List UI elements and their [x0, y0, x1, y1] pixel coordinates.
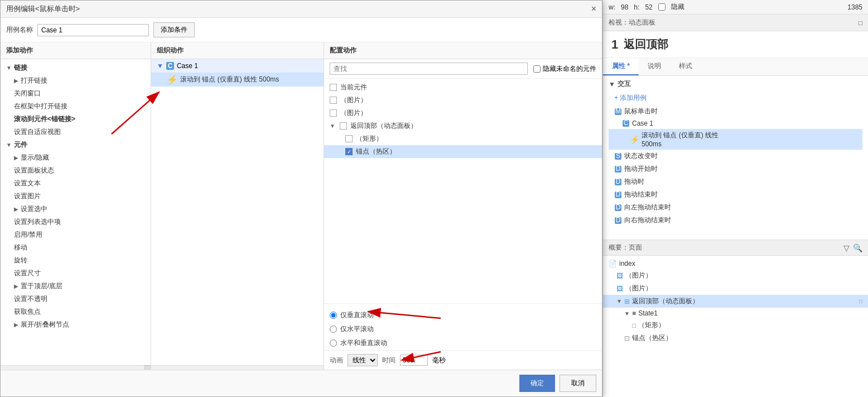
- set-opacity-item[interactable]: 设置不透明: [1, 293, 151, 305]
- link-group[interactable]: ▼ 链接: [1, 61, 151, 74]
- config-return-top-item[interactable]: ▼ 返回顶部（动态面板）: [324, 119, 602, 132]
- dialog-close-button[interactable]: ×: [591, 4, 596, 14]
- vertical-radio[interactable]: [330, 312, 337, 319]
- expand-tree-arrow: ▶: [14, 322, 18, 328]
- anim-select[interactable]: 线性: [348, 354, 378, 366]
- interaction-tree: M 鼠标单击时 C Case 1 ⚡ 滚动到 锚点 (仅垂直) 线性500ms …: [609, 105, 862, 227]
- vertical-scroll-radio-row[interactable]: 仅垂直滚动: [324, 308, 602, 322]
- svg-text:D: D: [616, 204, 621, 211]
- show-hide-arrow: ▶: [14, 155, 18, 161]
- index-label: index: [619, 260, 635, 267]
- config-current-item[interactable]: 当前元件: [324, 81, 602, 94]
- scroll-to-item[interactable]: 滚动到元件<锚链接>: [1, 113, 151, 126]
- set-image-item[interactable]: 设置图片: [1, 190, 151, 203]
- outline-index[interactable]: 📄 index: [603, 258, 868, 269]
- hide-unnamed-label[interactable]: 隐藏未命名的元件: [533, 64, 596, 74]
- dialog: 用例编辑<鼠标单击时> × 用例名称 添加条件 添加动作 ▼ 链接 ▶ 打开链接: [0, 0, 602, 397]
- tab-desc[interactable]: 说明: [639, 58, 670, 75]
- time-input[interactable]: [400, 355, 428, 366]
- case-item[interactable]: ▼ C Case 1: [151, 59, 324, 73]
- img1-label: （图片）: [340, 95, 367, 105]
- config-img2-item[interactable]: （图片）: [324, 107, 602, 119]
- action-item[interactable]: ⚡ 滚动到 锚点 (仅垂直) 线性 500ms: [151, 73, 324, 87]
- set-top-bottom-label: 置于顶层/底层: [21, 281, 62, 291]
- dyn-panel-arrow: ▼: [616, 298, 622, 304]
- set-size-item[interactable]: 设置尺寸: [1, 267, 151, 280]
- add-condition-button[interactable]: 添加条件: [153, 22, 195, 37]
- outline-state1[interactable]: ▼ ■ State1: [603, 308, 868, 319]
- config-rect-item[interactable]: （矩形）: [324, 132, 602, 145]
- expand-icon[interactable]: □: [859, 19, 862, 27]
- both-scroll-radio-row[interactable]: 水平和垂直滚动: [324, 336, 602, 350]
- config-anchor-item[interactable]: ✓ 锚点（热区）: [324, 145, 602, 158]
- right-case1[interactable]: C Case 1: [609, 118, 862, 129]
- time-label: 时间: [382, 356, 396, 365]
- drag-start-event[interactable]: D 拖动开始时: [609, 162, 862, 175]
- img1-checkbox[interactable]: [330, 97, 337, 104]
- hide-unnamed-checkbox[interactable]: [533, 65, 541, 73]
- inspect-title: 检视：动态面板: [609, 18, 655, 27]
- both-label: 水平和垂直滚动: [340, 338, 387, 348]
- expand-tree-item[interactable]: ▶ 展开/折叠树节点: [1, 318, 151, 331]
- state-change-icon: S: [614, 152, 622, 160]
- anim-label: 动画: [330, 356, 343, 365]
- outline-dyn-panel[interactable]: ▼ ⊞ 返回顶部（动态面板） □: [603, 295, 868, 308]
- outline-anchor[interactable]: ⊡ 锚点（热区）: [603, 332, 868, 345]
- open-in-frame-item[interactable]: 在框架中打开链接: [1, 100, 151, 113]
- img2-checkbox[interactable]: [330, 109, 337, 117]
- state-change-event[interactable]: S 状态改变时: [609, 150, 862, 162]
- move-item[interactable]: 移动: [1, 241, 151, 254]
- filter-icon[interactable]: ▽: [843, 243, 850, 252]
- current-checkbox[interactable]: [330, 84, 337, 91]
- config-img1-item[interactable]: （图片）: [324, 94, 602, 107]
- outline-panel: 概要：页面 ▽ 🔍 📄 index 🖼 （图片） 🖼 （图片）: [603, 240, 868, 397]
- set-text-item[interactable]: 设置文本: [1, 177, 151, 190]
- outline-img2[interactable]: 🖼 （图片）: [603, 282, 868, 295]
- drag-right-label: 向右拖动结束时: [624, 216, 671, 225]
- config-search-input[interactable]: [330, 63, 528, 75]
- collapse-arrow[interactable]: ▼: [609, 80, 615, 88]
- set-top-bottom-item[interactable]: ▶ 置于顶层/底层: [1, 280, 151, 293]
- outline-img1[interactable]: 🖼 （图片）: [603, 269, 868, 282]
- hide-checkbox[interactable]: [658, 3, 666, 11]
- set-adaptive-item[interactable]: 设置自适应视图: [1, 126, 151, 138]
- widget-group[interactable]: ▼ 元件: [1, 138, 151, 151]
- enable-disable-item[interactable]: 启用/禁用: [1, 228, 151, 241]
- drag-event[interactable]: D 拖动时: [609, 175, 862, 188]
- get-focus-item[interactable]: 获取焦点: [1, 305, 151, 318]
- set-selected-item[interactable]: ▶ 设置选中: [1, 203, 151, 216]
- show-hide-item[interactable]: ▶ 显示/隐藏: [1, 151, 151, 164]
- both-radio[interactable]: [330, 339, 337, 347]
- cancel-button[interactable]: 取消: [560, 375, 596, 392]
- confirm-button[interactable]: 确定: [519, 375, 555, 392]
- case-name-input[interactable]: [37, 24, 149, 36]
- return-top-arrow: ▼: [330, 123, 335, 129]
- open-link-item[interactable]: ▶ 打开链接: [1, 74, 151, 87]
- drag-end-event[interactable]: D 拖动结束时: [609, 188, 862, 201]
- mouse-click-event[interactable]: M 鼠标单击时: [609, 105, 862, 118]
- case-name-label: 用例名称: [6, 25, 33, 35]
- outline-rect[interactable]: □ （矩形）: [603, 319, 868, 332]
- right-top-bar: w: 98 h: 52 隐藏 1385: [603, 0, 868, 15]
- set-list-item[interactable]: 设置列表选中项: [1, 216, 151, 228]
- horizontal-scroll-radio-row[interactable]: 仅水平滚动: [324, 322, 602, 336]
- horizontal-radio[interactable]: [330, 326, 337, 333]
- right-action1[interactable]: ⚡ 滚动到 锚点 (仅垂直) 线性500ms: [609, 129, 862, 150]
- search-outline-icon[interactable]: 🔍: [853, 243, 862, 252]
- anchor-checkbox[interactable]: ✓: [345, 148, 353, 155]
- case-icon: C: [166, 61, 175, 70]
- rect-checkbox[interactable]: [345, 135, 353, 142]
- return-top-checkbox[interactable]: [340, 122, 347, 130]
- outline-title: 概要：页面: [609, 243, 642, 252]
- tab-style[interactable]: 样式: [670, 58, 701, 75]
- drag-left-event[interactable]: D 向左拖动结束时: [609, 201, 862, 214]
- drag-right-event[interactable]: D 向右拖动结束时: [609, 214, 862, 227]
- return-top-label: 返回顶部（动态面板）: [350, 121, 417, 131]
- outline-header: 概要：页面 ▽ 🔍: [603, 240, 868, 256]
- tab-props[interactable]: 属性 *: [603, 58, 639, 75]
- set-panel-item[interactable]: 设置面板状态: [1, 164, 151, 177]
- rotate-item[interactable]: 旋转: [1, 254, 151, 267]
- add-case-link[interactable]: + 添加用例: [609, 91, 862, 105]
- close-win-item[interactable]: 关闭窗口: [1, 87, 151, 100]
- add-actions-panel: 添加动作 ▼ 链接 ▶ 打开链接 关闭窗口 在框架中打开链接 滚动: [1, 42, 151, 370]
